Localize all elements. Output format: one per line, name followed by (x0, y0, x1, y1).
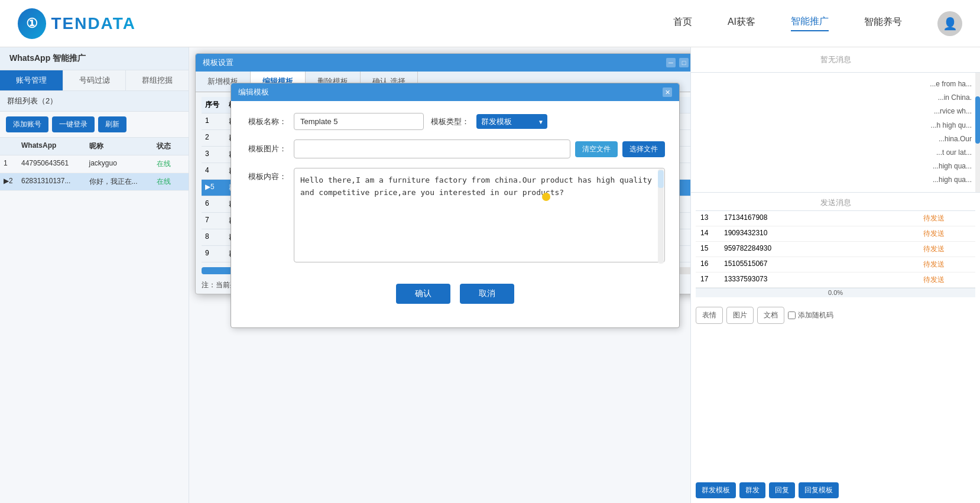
cancel-btn[interactable]: 取消 (460, 284, 514, 304)
msg-preview: ...high qua... (696, 173, 975, 187)
reply-btn[interactable]: 回复 (769, 482, 795, 498)
image-row: 模板图片： 清空文件 选择文件 (245, 139, 665, 158)
nav-item-ai[interactable]: AI获客 (728, 16, 755, 31)
edit-modal-close[interactable]: ✕ (663, 87, 672, 97)
msg-preview: ...t our lat... (696, 146, 975, 160)
logo-icon: ① (18, 8, 46, 39)
sidebar-actions: 添加账号 一键登录 刷新 (0, 112, 189, 138)
message-previews: ...e from ha... ...in China. ...rvice wh… (691, 73, 980, 193)
tab-account[interactable]: 账号管理 (0, 70, 63, 90)
avatar[interactable]: 👤 (937, 11, 962, 36)
top-nav: ① TENDATA 首页 AI获客 智能推广 智能养号 👤 (0, 0, 980, 47)
doc-btn[interactable]: 文档 (757, 307, 784, 324)
one-click-login-btn[interactable]: 一键登录 (52, 116, 95, 132)
bottom-row: 1419093432310待发送 (696, 226, 975, 242)
edit-modal-titlebar: 编辑模板 ✕ (231, 83, 679, 101)
maximize-btn[interactable]: □ (679, 58, 689, 67)
image-label: 模板图片： (245, 144, 287, 154)
logo: ① TENDATA (18, 8, 136, 39)
choose-file-btn[interactable]: 选择文件 (622, 141, 665, 157)
logo-text: TENDATA (51, 14, 136, 33)
content-label: 模板内容： (245, 168, 287, 182)
send-section: 发送消息 1317134167908待发送 1419093432310待发送 1… (691, 193, 980, 504)
nav-right: 首页 AI获客 智能推广 智能养号 👤 (673, 11, 962, 36)
sidebar-tabs: 账号管理 号码过滤 群组挖掘 (0, 70, 189, 91)
bottom-row: 1615105515067待发送 (696, 257, 975, 272)
type-select[interactable]: 群发模板 回复模板 (476, 114, 547, 129)
template-name-input[interactable] (294, 113, 424, 130)
sidebar: WhatsApp 智能推广 账号管理 号码过滤 群组挖掘 群组列表（2） 添加账… (0, 47, 189, 503)
bottom-row: 1713337593073待发送 (696, 272, 975, 288)
nav-item-nurture[interactable]: 智能养号 (864, 16, 902, 31)
add-random-checkbox[interactable] (788, 311, 796, 319)
minimize-btn[interactable]: ─ (666, 58, 676, 67)
no-message-title: 暂无消息 (696, 52, 975, 67)
name-type-row: 模板名称： 模板类型： 群发模板 回复模板 (245, 113, 665, 130)
confirm-btn[interactable]: 确认 (396, 284, 450, 304)
file-input-box (294, 139, 570, 158)
main-content: 模板设置 ─ □ ✕ 新增模板 编辑模板 删除模板 确认 选择 序号模板名称模板… (189, 47, 690, 503)
msg-preview: ...hina.Our (696, 132, 975, 146)
msg-preview: ...rvice wh... (696, 105, 975, 118)
modal-footer: 确认 取消 (245, 274, 665, 316)
mass-send-btn[interactable]: 群发 (739, 482, 765, 498)
window-title: 模板设置 (203, 57, 233, 68)
emoji-btn[interactable]: 表情 (696, 307, 723, 324)
content-row: 模板内容： (245, 168, 665, 265)
edit-modal-title: 编辑模板 (238, 87, 269, 98)
sidebar-title: WhatsApp 智能推广 (0, 47, 189, 70)
add-account-btn[interactable]: 添加账号 (6, 116, 48, 132)
window-controls: ─ □ ✕ (666, 58, 690, 67)
bottom-table: 1317134167908待发送 1419093432310待发送 159597… (696, 210, 975, 288)
msg-preview: ...e from ha... (696, 77, 975, 91)
bottom-row: 15959782284930待发送 (696, 242, 975, 257)
send-title: 发送消息 (696, 197, 975, 208)
group-list-header: 群组列表（2） (0, 91, 189, 112)
nav-item-promote[interactable]: 智能推广 (791, 15, 829, 31)
progress-text: 0.0% (696, 289, 975, 296)
page-body: WhatsApp 智能推广 账号管理 号码过滤 群组挖掘 群组列表（2） 添加账… (0, 47, 980, 503)
template-content-textarea[interactable] (294, 168, 665, 262)
name-label: 模板名称： (245, 116, 287, 127)
no-message-section: 暂无消息 (691, 47, 980, 73)
edit-modal-body: 模板名称： 模板类型： 群发模板 回复模板 模板图片： 清空 (231, 101, 679, 327)
add-random-label: 添加随机码 (788, 307, 833, 324)
file-row: 清空文件 选择文件 (294, 139, 665, 158)
send-action-row: 表情 图片 文档 添加随机码 (696, 302, 975, 324)
type-label: 模板类型： (431, 116, 469, 127)
nav-item-home[interactable]: 首页 (673, 16, 692, 31)
msg-preview: ...high qua... (696, 160, 975, 173)
table-row[interactable]: 1 447950643561 jackyguo 在线 (0, 155, 189, 173)
refresh-btn[interactable]: 刷新 (98, 116, 126, 132)
clear-file-btn[interactable]: 清空文件 (575, 141, 618, 157)
tab-group[interactable]: 群组挖掘 (126, 70, 189, 90)
msg-preview: ...h high qu... (696, 119, 975, 132)
image-btn[interactable]: 图片 (726, 307, 754, 324)
send-btns-row: 群发模板 群发 回复 回复模板 (696, 478, 975, 498)
reply-template-btn[interactable]: 回复模板 (799, 482, 839, 498)
window-titlebar: 模板设置 ─ □ ✕ (196, 54, 690, 72)
msg-preview: ...in China. (696, 91, 975, 105)
right-panel: 暂无消息 ...e from ha... ...in China. ...rvi… (690, 47, 980, 503)
table-row[interactable]: ▶2 62831310137... 你好，我正在... 在线 (0, 173, 189, 191)
mass-template-btn[interactable]: 群发模板 (696, 482, 736, 498)
account-table-header: WhatsApp 昵称 状态 (0, 138, 189, 155)
type-select-wrapper: 群发模板 回复模板 (476, 114, 547, 129)
bottom-row: 1317134167908待发送 (696, 211, 975, 226)
tab-filter[interactable]: 号码过滤 (63, 70, 126, 90)
edit-modal: 编辑模板 ✕ 模板名称： 模板类型： 群发模板 回复模板 (231, 83, 680, 328)
